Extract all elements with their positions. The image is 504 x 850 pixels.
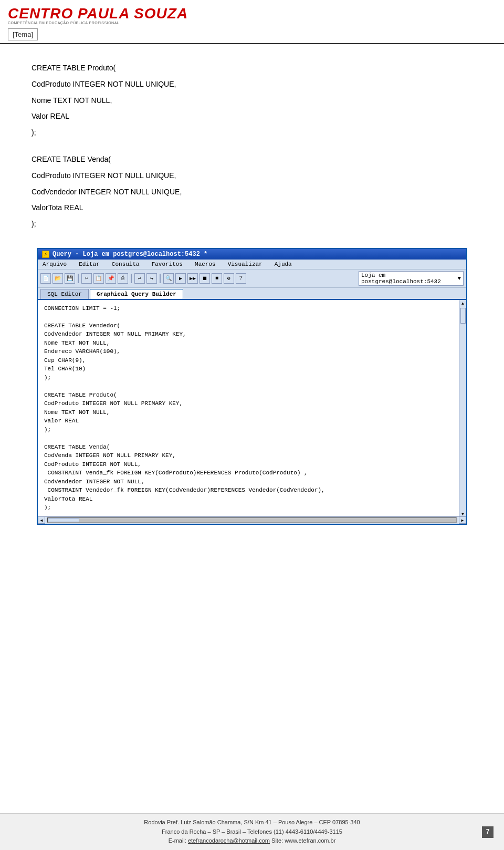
toolbar-search[interactable]: 🔍 [163,273,174,284]
footer-site: Site: www.etefran.com.br [271,837,335,844]
window-menubar[interactable]: Arquivo Editar Consulta Favoritos Macros… [38,260,466,269]
menu-consulta[interactable]: Consulta [110,261,142,268]
toolbar-undo[interactable]: ↩ [134,273,145,284]
footer-line-1: Rodovia Pref. Luiz Salomão Chamma, S/N K… [10,818,494,827]
right-scrollbar[interactable]: ▲ ▼ [459,300,466,516]
toolbar-db-select[interactable]: Loja em postgres@localhost:5432 ▼ [359,271,464,286]
sql-block-1: CREATE TABLE Produto( CodProduto INTEGER… [32,60,472,141]
db-select-arrow: ▼ [457,275,461,282]
window-tabs: SQL Editor Graphical Query Builder [38,288,466,300]
menu-favoritos[interactable]: Favoritos [150,261,185,268]
logo-text: Centro Paula Souza [8,5,188,22]
sql-line: ); [32,216,472,232]
toolbar-run[interactable]: ▶ [175,273,186,284]
window-title: Query - Loja em postgres@localhost:5432 … [52,251,207,258]
window-icon: ⚡ [42,251,49,258]
tab-graphical-query-builder[interactable]: Graphical Query Builder [90,289,183,299]
sql-line: ); [32,125,472,141]
footer-email-prefix: E-mail: [169,837,188,844]
menu-editar[interactable]: Editar [77,261,102,268]
scroll-down-arrow[interactable]: ▼ [461,512,464,516]
sql-line: Valor REAL [32,108,472,125]
sql-block-2: CREATE TABLE Venda( CodProduto INTEGER N… [32,151,472,232]
toolbar-open[interactable]: 📂 [52,273,63,284]
scroll-thumb[interactable] [460,308,466,324]
toolbar-btn10[interactable]: ■ [212,273,222,284]
toolbar-paste[interactable]: 📌 [106,273,116,284]
page-number: 7 [482,826,494,838]
sql-line: CodVendedor INTEGER NOT NULL UNIQUE, [32,184,472,200]
toolbar-run2[interactable]: ▶▶ [187,273,198,284]
scrollbar-track[interactable] [47,517,457,523]
tab-sql-editor[interactable]: SQL Editor [40,289,89,299]
footer-line-3: E-mail: etefrancodarocha@hotmail.com Sit… [10,836,494,846]
bottom-scrollbar[interactable]: ◀ ▶ [38,516,466,524]
main-content: CREATE TABLE Produto( CodProduto INTEGER… [0,44,504,551]
sql-line: CodProduto INTEGER NOT NULL UNIQUE, [32,168,472,184]
query-window: ⚡ Query - Loja em postgres@localhost:543… [37,248,467,525]
toolbar-new[interactable]: 📄 [40,273,51,284]
toolbar-help[interactable]: ? [236,273,246,284]
page-footer: Rodovia Pref. Luiz Salomão Chamma, S/N K… [0,813,504,850]
sql-text: CONNECTION LIMIT = -1; CREATE TABLE Vend… [44,304,448,512]
toolbar-save[interactable]: 💾 [65,273,75,284]
toolbar-btn5[interactable]: ⎙ [118,273,128,284]
tema-label: [Tema] [8,28,38,40]
scroll-up-arrow[interactable]: ▲ [461,301,464,306]
scroll-left-arrow[interactable]: ◀ [38,516,45,524]
sql-line: CREATE TABLE Produto( [32,60,472,76]
footer-email-link[interactable]: etefrancodarocha@hotmail.com [188,837,270,844]
menu-ajuda[interactable]: Ajuda [272,261,294,268]
toolbar-sep-1 [78,274,79,283]
window-toolbar: 📄 📂 💾 ✂ 📋 📌 ⎙ ↩ ↪ 🔍 ▶ ▶▶ ⏹ ■ ⚙ ? Loja em… [38,269,466,288]
sql-line: CodProduto INTEGER NOT NULL UNIQUE, [32,76,472,92]
toolbar-cut[interactable]: ✂ [81,273,92,284]
toolbar-btn11[interactable]: ⚙ [224,273,234,284]
menu-macros[interactable]: Macros [193,261,218,268]
window-titlebar: ⚡ Query - Loja em postgres@localhost:543… [38,249,466,260]
editor-area: CONNECTION LIMIT = -1; CREATE TABLE Vend… [38,300,466,516]
scroll-right-arrow[interactable]: ▶ [459,516,466,524]
menu-arquivo[interactable]: Arquivo [40,261,69,268]
toolbar-copy[interactable]: 📋 [93,273,104,284]
logo: Centro Paula Souza Competência em Educaç… [8,5,188,25]
toolbar-redo[interactable]: ↪ [146,273,157,284]
toolbar-stop[interactable]: ⏹ [200,273,210,284]
db-select-label: Loja em postgres@localhost:5432 [361,272,457,285]
footer-line-2: Franco da Rocha – SP – Brasil – Telefone… [10,827,494,837]
sql-line: Nome TEXT NOT NULL, [32,92,472,109]
header: Centro Paula Souza Competência em Educaç… [0,0,504,44]
toolbar-sep-3 [160,274,161,283]
scrollbar-thumb[interactable] [48,518,79,522]
toolbar-sep-2 [131,274,132,283]
sql-line: CREATE TABLE Venda( [32,151,472,168]
sql-line: ValorTota REAL [32,200,472,216]
menu-visualizar[interactable]: Visualizar [226,261,265,268]
sql-editor-content[interactable]: CONNECTION LIMIT = -1; CREATE TABLE Vend… [38,300,459,516]
